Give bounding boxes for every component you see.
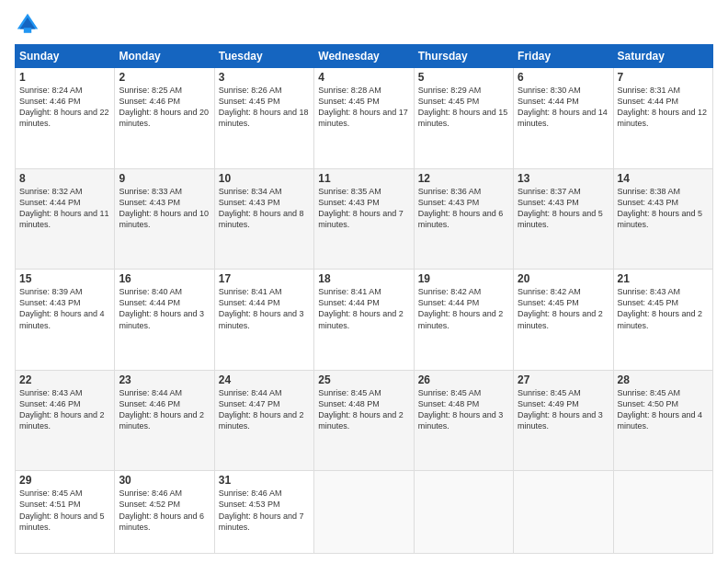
calendar-cell: 15Sunrise: 8:39 AMSunset: 4:43 PMDayligh… (16, 270, 115, 371)
day-info: Sunrise: 8:25 AMSunset: 4:46 PMDaylight:… (119, 85, 210, 130)
day-number: 26 (418, 373, 509, 386)
day-info: Sunrise: 8:26 AMSunset: 4:45 PMDaylight:… (219, 85, 310, 130)
calendar-cell: 29Sunrise: 8:45 AMSunset: 4:51 PMDayligh… (16, 471, 115, 554)
page: SundayMondayTuesdayWednesdayThursdayFrid… (0, 0, 728, 563)
logo (15, 11, 44, 37)
col-header-tuesday: Tuesday (214, 45, 313, 68)
day-info: Sunrise: 8:41 AMSunset: 4:44 PMDaylight:… (219, 286, 310, 331)
calendar-cell: 31Sunrise: 8:46 AMSunset: 4:53 PMDayligh… (214, 471, 313, 554)
calendar-cell: 3Sunrise: 8:26 AMSunset: 4:45 PMDaylight… (214, 68, 313, 169)
day-number: 6 (518, 71, 609, 84)
calendar-cell: 18Sunrise: 8:41 AMSunset: 4:44 PMDayligh… (314, 270, 414, 371)
day-number: 12 (418, 172, 509, 185)
day-number: 14 (618, 172, 709, 185)
calendar-week-1: 1Sunrise: 8:24 AMSunset: 4:46 PMDaylight… (16, 68, 713, 169)
day-number: 22 (19, 373, 110, 386)
day-number: 27 (518, 373, 609, 386)
day-info: Sunrise: 8:46 AMSunset: 4:52 PMDaylight:… (119, 488, 210, 533)
day-number: 2 (119, 71, 210, 84)
day-number: 20 (518, 272, 609, 285)
calendar-cell: 7Sunrise: 8:31 AMSunset: 4:44 PMDaylight… (613, 68, 712, 169)
calendar-cell: 13Sunrise: 8:37 AMSunset: 4:43 PMDayligh… (514, 168, 613, 270)
day-number: 10 (219, 172, 310, 185)
day-number: 15 (19, 272, 110, 285)
day-number: 24 (219, 373, 310, 386)
calendar-cell: 22Sunrise: 8:43 AMSunset: 4:46 PMDayligh… (16, 370, 115, 471)
day-info: Sunrise: 8:32 AMSunset: 4:44 PMDaylight:… (19, 186, 110, 231)
day-number: 5 (418, 71, 509, 84)
calendar-cell: 14Sunrise: 8:38 AMSunset: 4:43 PMDayligh… (613, 168, 712, 270)
calendar-cell: 17Sunrise: 8:41 AMSunset: 4:44 PMDayligh… (214, 270, 313, 371)
day-info: Sunrise: 8:45 AMSunset: 4:51 PMDaylight:… (19, 488, 110, 533)
day-number: 25 (318, 373, 409, 386)
day-info: Sunrise: 8:30 AMSunset: 4:44 PMDaylight:… (518, 85, 609, 130)
day-number: 3 (219, 71, 310, 84)
day-info: Sunrise: 8:42 AMSunset: 4:44 PMDaylight:… (418, 286, 509, 331)
day-number: 31 (219, 474, 310, 487)
day-info: Sunrise: 8:37 AMSunset: 4:43 PMDaylight:… (518, 186, 609, 231)
calendar-cell: 1Sunrise: 8:24 AMSunset: 4:46 PMDaylight… (16, 68, 115, 169)
day-info: Sunrise: 8:39 AMSunset: 4:43 PMDaylight:… (19, 286, 110, 331)
day-number: 23 (119, 373, 210, 386)
logo-icon (15, 11, 40, 37)
day-info: Sunrise: 8:44 AMSunset: 4:46 PMDaylight:… (119, 387, 210, 432)
calendar-cell: 27Sunrise: 8:45 AMSunset: 4:49 PMDayligh… (514, 370, 613, 471)
day-number: 16 (119, 272, 210, 285)
day-info: Sunrise: 8:45 AMSunset: 4:48 PMDaylight:… (318, 387, 409, 432)
day-info: Sunrise: 8:29 AMSunset: 4:45 PMDaylight:… (418, 85, 509, 130)
calendar-cell: 16Sunrise: 8:40 AMSunset: 4:44 PMDayligh… (115, 270, 214, 371)
calendar-cell: 4Sunrise: 8:28 AMSunset: 4:45 PMDaylight… (314, 68, 414, 169)
day-number: 30 (119, 474, 210, 487)
calendar-cell: 24Sunrise: 8:44 AMSunset: 4:47 PMDayligh… (214, 370, 313, 471)
day-info: Sunrise: 8:46 AMSunset: 4:53 PMDaylight:… (219, 488, 310, 533)
day-number: 18 (318, 272, 409, 285)
day-info: Sunrise: 8:45 AMSunset: 4:49 PMDaylight:… (518, 387, 609, 432)
calendar-cell: 5Sunrise: 8:29 AMSunset: 4:45 PMDaylight… (414, 68, 513, 169)
day-info: Sunrise: 8:44 AMSunset: 4:47 PMDaylight:… (219, 387, 310, 432)
day-number: 13 (518, 172, 609, 185)
day-number: 9 (119, 172, 210, 185)
day-number: 17 (219, 272, 310, 285)
col-header-thursday: Thursday (414, 45, 513, 68)
calendar-cell: 25Sunrise: 8:45 AMSunset: 4:48 PMDayligh… (314, 370, 414, 471)
day-info: Sunrise: 8:45 AMSunset: 4:48 PMDaylight:… (418, 387, 509, 432)
calendar-cell: 30Sunrise: 8:46 AMSunset: 4:52 PMDayligh… (115, 471, 214, 554)
calendar-cell: 26Sunrise: 8:45 AMSunset: 4:48 PMDayligh… (414, 370, 513, 471)
col-header-saturday: Saturday (613, 45, 712, 68)
day-info: Sunrise: 8:43 AMSunset: 4:46 PMDaylight:… (19, 387, 110, 432)
day-number: 4 (318, 71, 409, 84)
calendar-cell: 28Sunrise: 8:45 AMSunset: 4:50 PMDayligh… (613, 370, 712, 471)
day-info: Sunrise: 8:42 AMSunset: 4:45 PMDaylight:… (518, 286, 609, 331)
header (15, 11, 713, 37)
calendar-cell: 10Sunrise: 8:34 AMSunset: 4:43 PMDayligh… (214, 168, 313, 270)
day-info: Sunrise: 8:34 AMSunset: 4:43 PMDaylight:… (219, 186, 310, 231)
calendar-week-2: 8Sunrise: 8:32 AMSunset: 4:44 PMDaylight… (16, 168, 713, 270)
calendar-cell: 6Sunrise: 8:30 AMSunset: 4:44 PMDaylight… (514, 68, 613, 169)
calendar-cell: 9Sunrise: 8:33 AMSunset: 4:43 PMDaylight… (115, 168, 214, 270)
day-info: Sunrise: 8:31 AMSunset: 4:44 PMDaylight:… (618, 85, 709, 130)
day-info: Sunrise: 8:45 AMSunset: 4:50 PMDaylight:… (618, 387, 709, 432)
day-info: Sunrise: 8:40 AMSunset: 4:44 PMDaylight:… (119, 286, 210, 331)
calendar-cell: 11Sunrise: 8:35 AMSunset: 4:43 PMDayligh… (314, 168, 414, 270)
calendar-cell: 12Sunrise: 8:36 AMSunset: 4:43 PMDayligh… (414, 168, 513, 270)
col-header-wednesday: Wednesday (314, 45, 414, 68)
calendar-cell: 23Sunrise: 8:44 AMSunset: 4:46 PMDayligh… (115, 370, 214, 471)
col-header-friday: Friday (514, 45, 613, 68)
calendar: SundayMondayTuesdayWednesdayThursdayFrid… (15, 44, 713, 554)
day-info: Sunrise: 8:38 AMSunset: 4:43 PMDaylight:… (618, 186, 709, 231)
day-number: 21 (618, 272, 709, 285)
calendar-cell: 8Sunrise: 8:32 AMSunset: 4:44 PMDaylight… (16, 168, 115, 270)
day-number: 28 (618, 373, 709, 386)
calendar-cell (613, 471, 712, 554)
day-info: Sunrise: 8:41 AMSunset: 4:44 PMDaylight:… (318, 286, 409, 331)
svg-rect-2 (24, 28, 31, 33)
calendar-cell (414, 471, 513, 554)
day-info: Sunrise: 8:36 AMSunset: 4:43 PMDaylight:… (418, 186, 509, 231)
day-info: Sunrise: 8:33 AMSunset: 4:43 PMDaylight:… (119, 186, 210, 231)
day-number: 19 (418, 272, 509, 285)
calendar-cell: 2Sunrise: 8:25 AMSunset: 4:46 PMDaylight… (115, 68, 214, 169)
calendar-week-4: 22Sunrise: 8:43 AMSunset: 4:46 PMDayligh… (16, 370, 713, 471)
day-info: Sunrise: 8:43 AMSunset: 4:45 PMDaylight:… (618, 286, 709, 331)
col-header-monday: Monday (115, 45, 214, 68)
calendar-cell (314, 471, 414, 554)
